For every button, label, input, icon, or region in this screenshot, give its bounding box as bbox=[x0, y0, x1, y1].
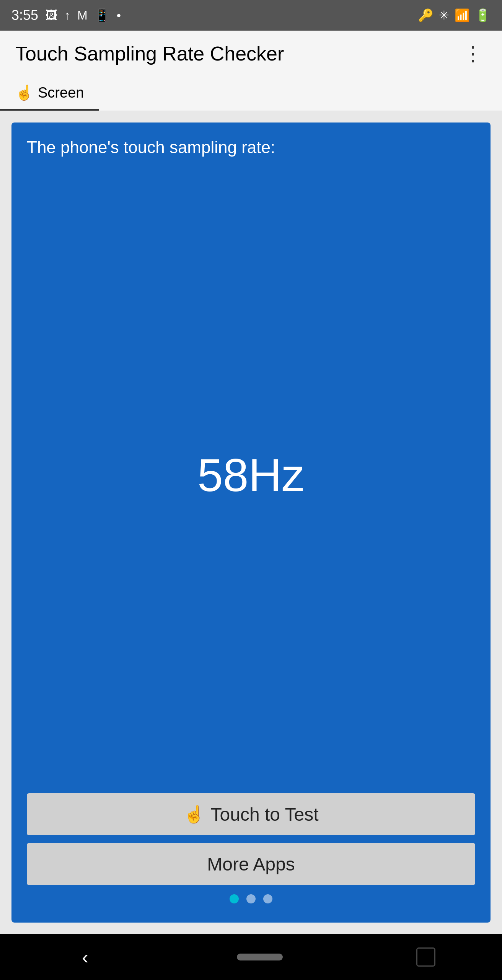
photo-icon: 🖼 bbox=[45, 8, 57, 23]
device-icon: 📱 bbox=[95, 8, 110, 23]
test-area[interactable]: The phone's touch sampling rate: 58Hz ☝ … bbox=[11, 122, 491, 923]
touch-to-test-label: Touch to Test bbox=[211, 804, 319, 825]
more-apps-button[interactable]: More Apps bbox=[27, 843, 475, 885]
home-button[interactable] bbox=[237, 954, 283, 960]
tab-screen[interactable]: ☝ Screen bbox=[0, 77, 99, 111]
tab-bar: ☝ Screen bbox=[0, 77, 502, 111]
upload-icon: ↑ bbox=[64, 8, 70, 23]
signal-icon: 📶 bbox=[455, 8, 470, 23]
recents-button[interactable] bbox=[416, 947, 435, 967]
nav-bar: ‹ bbox=[0, 934, 502, 980]
overflow-menu-button[interactable]: ⋮ bbox=[459, 38, 487, 69]
sampling-rate-label: The phone's touch sampling rate: bbox=[27, 138, 475, 157]
app-bar: Touch Sampling Rate Checker ⋮ bbox=[0, 31, 502, 77]
more-apps-label: More Apps bbox=[207, 854, 295, 875]
back-button[interactable]: ‹ bbox=[67, 938, 104, 976]
key-icon: 🔑 bbox=[418, 8, 434, 23]
battery-icon: 🔋 bbox=[475, 8, 491, 23]
dot-icon: • bbox=[117, 8, 121, 23]
mail-icon: M bbox=[77, 8, 88, 23]
main-content: The phone's touch sampling rate: 58Hz ☝ … bbox=[0, 111, 502, 934]
status-bar: 3:55 🖼 ↑ M 📱 • 🔑 ✳ 📶 🔋 bbox=[0, 0, 502, 31]
hz-value: 58Hz bbox=[197, 449, 305, 501]
hz-display: 58Hz bbox=[27, 165, 475, 786]
touch-to-test-button[interactable]: ☝ Touch to Test bbox=[27, 793, 475, 835]
screen-tab-label: Screen bbox=[38, 85, 84, 101]
status-bar-left: 3:55 🖼 ↑ M 📱 • bbox=[11, 7, 121, 23]
touch-icon: ☝ bbox=[184, 804, 205, 824]
pager-dots bbox=[27, 894, 475, 903]
pager-dot-2 bbox=[246, 894, 256, 903]
pager-dot-3 bbox=[263, 894, 272, 903]
pager-dot-1 bbox=[230, 894, 239, 903]
buttons-area: ☝ Touch to Test More Apps bbox=[27, 793, 475, 885]
status-time: 3:55 bbox=[11, 7, 38, 23]
status-bar-right: 🔑 ✳ 📶 🔋 bbox=[418, 8, 491, 23]
bluetooth-icon: ✳ bbox=[439, 8, 449, 23]
app-title: Touch Sampling Rate Checker bbox=[15, 42, 284, 65]
screen-tab-icon: ☝ bbox=[15, 84, 33, 101]
